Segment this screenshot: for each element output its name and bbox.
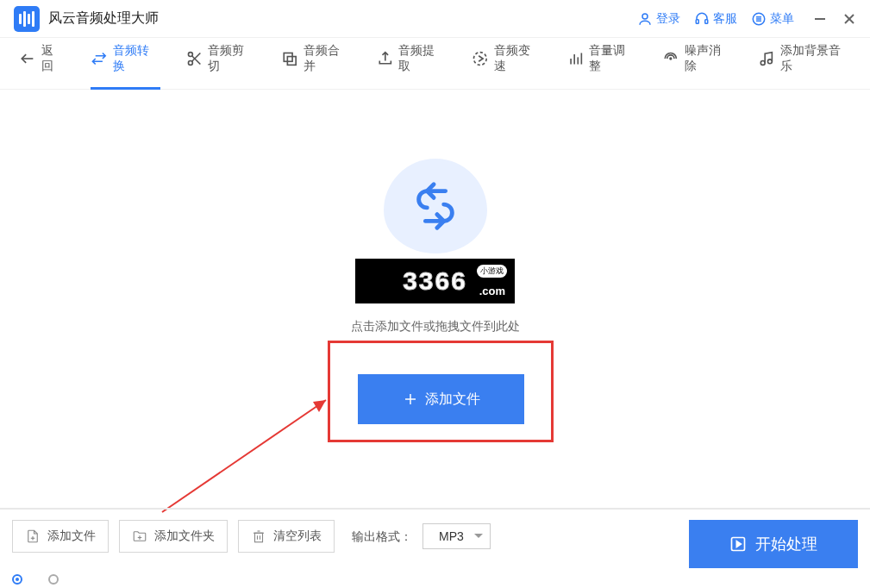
tab-label: 音频转换 [113, 43, 160, 74]
speed-icon [472, 50, 489, 67]
extract-icon [377, 50, 394, 67]
plus-icon [403, 391, 418, 407]
trash-icon [251, 529, 266, 544]
svg-line-27 [162, 400, 326, 512]
app-title: 风云音频处理大师 [48, 9, 159, 28]
output-format-value: MP3 [439, 529, 464, 543]
tab-label: 音频剪切 [208, 43, 255, 74]
menu-button[interactable]: 菜单 [751, 11, 794, 27]
support-label: 客服 [713, 11, 737, 27]
tab-audio-merge[interactable]: 音频合并 [272, 38, 360, 90]
start-label: 开始处理 [755, 534, 817, 554]
tab-label: 音频变速 [494, 43, 541, 74]
convert-icon [91, 50, 108, 67]
output-format-label: 输出格式： [352, 520, 412, 553]
svg-marker-28 [313, 400, 326, 412]
app-logo-icon [14, 6, 40, 32]
noise-icon [662, 50, 679, 67]
svg-rect-1 [696, 19, 698, 23]
equalizer-icon [567, 50, 585, 67]
dropzone-hint: 点击添加文件或拖拽文件到此处 [351, 319, 520, 335]
add-file-label: 添加文件 [47, 529, 96, 544]
folder-plus-icon [132, 529, 147, 544]
main-area: 3366 小游戏 .com 点击添加文件或拖拽文件到此处 添加文件 [0, 90, 870, 508]
convert-illustration-icon [384, 159, 487, 253]
svg-rect-15 [284, 53, 292, 61]
radio-checked-icon [12, 574, 22, 585]
watermark-number: 3366 [403, 266, 467, 296]
music-icon [758, 50, 775, 67]
merge-icon [281, 50, 298, 67]
tab-label: 音频合并 [304, 43, 351, 74]
tab-audio-convert[interactable]: 音频转换 [82, 38, 169, 90]
add-file-label: 添加文件 [425, 391, 480, 409]
headset-icon [694, 11, 710, 27]
start-process-button[interactable]: 开始处理 [689, 520, 858, 568]
tab-audio-extract[interactable]: 音频提取 [368, 38, 455, 90]
tab-label: 添加背景音乐 [780, 43, 851, 74]
annotation-arrow-icon [153, 383, 343, 521]
tab-noise-removal[interactable]: 噪声消除 [654, 38, 741, 90]
add-folder-label: 添加文件夹 [154, 529, 215, 544]
output-path-radios [12, 574, 59, 585]
login-button[interactable]: 登录 [637, 11, 680, 27]
radio-option-1[interactable] [12, 574, 22, 585]
file-plus-icon [25, 529, 41, 544]
tab-audio-cut[interactable]: 音频剪切 [178, 38, 265, 90]
svg-point-0 [642, 14, 648, 19]
tab-volume-adjust[interactable]: 音量调整 [559, 38, 646, 90]
clear-list-button[interactable]: 清空列表 [238, 520, 335, 553]
add-file-button[interactable]: 添加文件 [12, 520, 109, 553]
scissors-icon [186, 50, 203, 67]
support-button[interactable]: 客服 [694, 11, 737, 27]
tab-label: 音频提取 [398, 43, 446, 74]
svg-point-17 [474, 52, 487, 65]
close-button[interactable] [842, 12, 856, 26]
svg-rect-2 [705, 19, 708, 23]
watermark-suffix: .com [479, 285, 505, 297]
arrow-left-icon [19, 50, 36, 67]
output-format-select[interactable]: MP3 [422, 523, 491, 549]
menu-label: 菜单 [770, 11, 794, 27]
login-label: 登录 [656, 11, 680, 27]
user-icon [637, 11, 653, 27]
clear-list-label: 清空列表 [273, 529, 322, 544]
menu-list-icon [751, 11, 767, 27]
svg-marker-39 [736, 541, 741, 547]
tab-label: 音量调整 [589, 43, 636, 74]
tab-label: 噪声消除 [685, 43, 732, 74]
play-icon [729, 535, 747, 553]
tab-bg-music[interactable]: 添加背景音乐 [749, 38, 860, 90]
svg-point-22 [670, 58, 672, 59]
minimize-button[interactable] [813, 12, 827, 26]
add-folder-button[interactable]: 添加文件夹 [119, 520, 228, 553]
bottom-bar: 添加文件 添加文件夹 清空列表 输出格式： MP3 开始处理 [0, 508, 870, 588]
watermark-overlay: 3366 小游戏 .com [355, 259, 515, 303]
toolbar: 返回 音频转换 音频剪切 音频合并 音频提取 音频变速 音量调整 噪声消除 添加… [0, 38, 870, 90]
back-label: 返回 [41, 43, 65, 74]
tab-audio-speed[interactable]: 音频变速 [463, 38, 550, 90]
add-file-main-button[interactable]: 添加文件 [358, 374, 524, 424]
svg-rect-33 [255, 533, 263, 542]
radio-option-2[interactable] [48, 574, 59, 585]
watermark-tag: 小游戏 [477, 265, 507, 278]
back-button[interactable]: 返回 [10, 38, 73, 90]
title-bar: 风云音频处理大师 登录 客服 菜单 [0, 0, 870, 38]
radio-icon [48, 574, 59, 585]
